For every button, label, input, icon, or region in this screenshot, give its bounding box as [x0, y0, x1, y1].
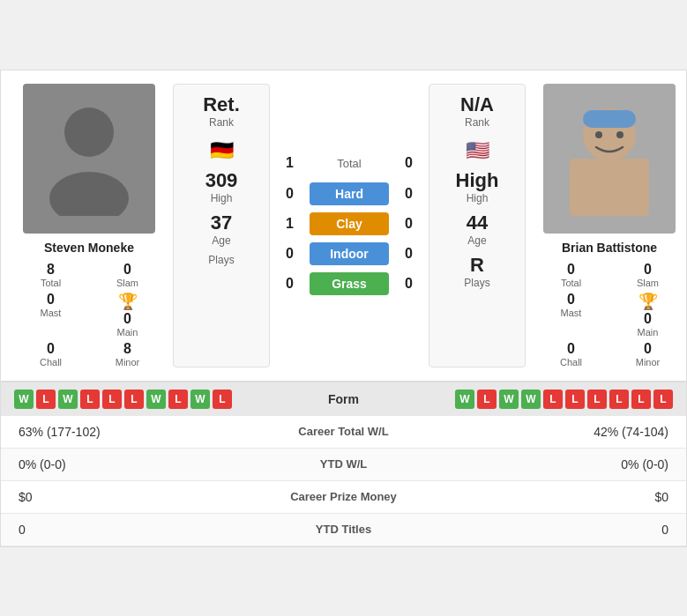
total-right-score: 0	[398, 155, 420, 171]
stats-row: 63% (177-102)Career Total W/L42% (74-104…	[1, 416, 686, 449]
left-high-label: High	[211, 192, 233, 204]
left-chall-label: Chall	[40, 357, 62, 367]
left-player-card: Steven Moneke 8 Total 0 Slam 0 Mast 🏆 0	[14, 84, 164, 367]
left-form-badge: L	[213, 390, 232, 409]
right-form-badges: WLWWLLLLLL	[455, 390, 673, 409]
left-form-badge: W	[190, 390, 210, 409]
left-plays-label: Plays	[208, 254, 234, 266]
left-total-value: 8	[47, 262, 55, 278]
clay-left-score: 1	[279, 216, 301, 232]
left-form-badges: WLWLLLWLWL	[14, 390, 232, 409]
right-middle-stats: N/A Rank 🇺🇸 High High 44 Age R Plays	[429, 84, 526, 367]
left-age-label: Age	[212, 234, 230, 247]
right-form-badge: L	[653, 390, 673, 409]
hard-surface-btn[interactable]: Hard	[310, 182, 389, 205]
right-age-value: 44	[467, 212, 488, 234]
right-high-label: High	[467, 192, 489, 204]
stats-row: 0YTD Titles0	[1, 514, 686, 546]
right-total-label: Total	[561, 278, 581, 288]
svg-rect-3	[570, 159, 649, 216]
right-chall-value: 0	[567, 341, 575, 357]
svg-point-0	[64, 108, 114, 157]
left-slam-value: 0	[123, 262, 131, 278]
left-form-badge: W	[14, 390, 34, 409]
clay-surface-btn[interactable]: Clay	[310, 212, 389, 235]
hard-left-score: 0	[279, 186, 301, 202]
right-flag: 🇺🇸	[466, 139, 489, 162]
left-age-value: 37	[211, 212, 232, 234]
right-form-badge: L	[631, 390, 651, 409]
svg-point-5	[595, 131, 602, 138]
right-main-value: 0	[644, 311, 652, 327]
clay-right-score: 0	[398, 216, 420, 232]
stats-right-value: 0% (0-0)	[432, 457, 669, 471]
right-player-photo	[543, 84, 676, 234]
right-form-badge: L	[609, 390, 629, 409]
right-total-value: 0	[567, 262, 575, 278]
stats-left-value: 63% (177-102)	[19, 425, 256, 439]
right-form-badge: L	[565, 390, 585, 409]
right-mast-value: 0	[567, 292, 575, 308]
left-total-label: Total	[41, 278, 61, 288]
left-rank-label: Rank	[209, 116, 234, 129]
left-minor-value: 8	[123, 341, 131, 357]
left-player-name: Steven Moneke	[44, 241, 134, 255]
stats-right-value: 0	[432, 523, 669, 537]
form-section: WLWLLLWLWL Form WLWWLLLLLL	[1, 382, 686, 416]
left-minor-label: Minor	[116, 357, 140, 367]
left-slam-label: Slam	[116, 278, 138, 288]
svg-rect-4	[583, 110, 636, 128]
total-label: Total	[310, 157, 389, 170]
left-form-badge: W	[58, 390, 78, 409]
stats-left-value: 0% (0-0)	[19, 457, 256, 471]
indoor-left-score: 0	[279, 246, 301, 262]
right-form-badge: W	[499, 390, 519, 409]
right-age-label: Age	[467, 234, 486, 247]
left-form-badge: L	[36, 390, 56, 409]
left-mast-label: Mast	[41, 308, 62, 318]
grass-surface-btn[interactable]: Grass	[310, 272, 389, 295]
right-player-card: Brian Battistone 0 Total 0 Slam 0 Mast 🏆…	[534, 84, 684, 367]
right-form-badge: W	[521, 390, 541, 409]
stats-right-value: 42% (74-104)	[432, 425, 669, 439]
stats-left-value: 0	[19, 523, 256, 537]
right-slam-label: Slam	[637, 278, 659, 288]
right-slam-value: 0	[644, 262, 652, 278]
right-plays-value: R	[470, 254, 484, 277]
right-form-badge: L	[543, 390, 563, 409]
center-surfaces: 1 Total 0 0 Hard 0 1 Clay 0 0 Indoor 0	[279, 84, 420, 367]
left-form-badge: L	[168, 390, 188, 409]
stats-center-label: Career Prize Money	[256, 490, 432, 503]
stats-right-value: $0	[432, 490, 669, 504]
right-minor-value: 0	[644, 341, 652, 357]
right-mast-label: Mast	[561, 308, 582, 318]
indoor-surface-btn[interactable]: Indoor	[310, 242, 389, 265]
left-form-badge: W	[146, 390, 166, 409]
grass-right-score: 0	[398, 276, 420, 292]
left-flag: 🇩🇪	[210, 139, 234, 162]
right-main-label: Main	[638, 327, 659, 338]
right-form-badge: L	[587, 390, 607, 409]
stats-row: $0Career Prize Money$0	[1, 481, 686, 514]
left-mast-value: 0	[47, 292, 55, 308]
right-rank-label: Rank	[465, 116, 489, 129]
left-middle-stats: Ret. Rank 🇩🇪 309 High 37 Age Plays	[173, 84, 270, 367]
stats-center-label: YTD W/L	[256, 457, 432, 471]
left-high-value: 309	[205, 169, 238, 192]
stats-table: 63% (177-102)Career Total W/L42% (74-104…	[1, 416, 686, 546]
grass-left-score: 0	[279, 276, 301, 292]
right-form-badge: W	[455, 390, 474, 409]
stats-row: 0% (0-0)YTD W/L0% (0-0)	[1, 449, 686, 481]
left-main-value: 0	[123, 311, 131, 327]
right-high-value: High	[456, 169, 499, 192]
indoor-right-score: 0	[398, 246, 420, 262]
left-chall-value: 0	[47, 341, 55, 357]
right-form-badge: L	[477, 390, 497, 409]
left-trophy-icon: 🏆	[118, 292, 138, 311]
left-form-badge: L	[80, 390, 100, 409]
right-rank-value: N/A	[460, 93, 494, 116]
left-main-label: Main	[117, 327, 138, 338]
left-form-badge: L	[124, 390, 144, 409]
stats-center-label: YTD Titles	[256, 523, 432, 536]
right-minor-label: Minor	[636, 357, 661, 367]
